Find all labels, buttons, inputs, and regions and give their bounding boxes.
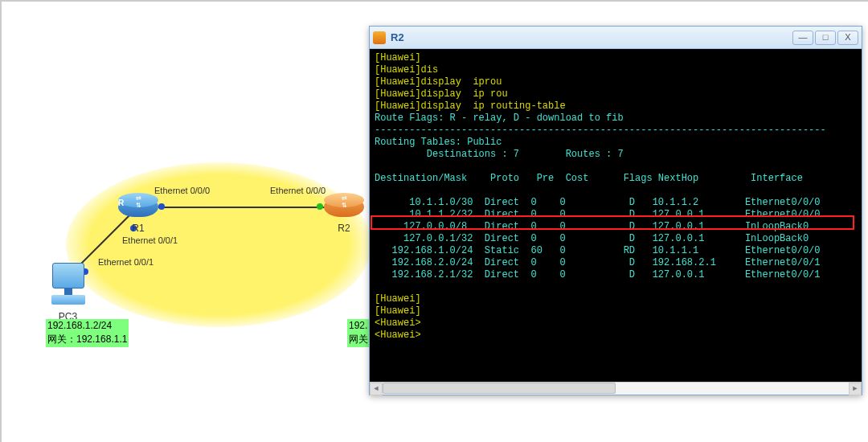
routing-row: 127.0.0.0/8 Direct 0 0 D 127.0.0.1 InLoo… — [375, 221, 809, 232]
router-r2[interactable]: ⇄⇅ R2 — [324, 193, 364, 234]
routing-row: 127.0.0.1/32 Direct 0 0 D 127.0.0.1 InLo… — [375, 233, 809, 244]
ip-annotation: 192. — [347, 319, 370, 332]
term-line: Destinations : 7 Routes : 7 — [375, 149, 624, 160]
interface-label: Ethernet 0/0/0 — [270, 186, 326, 195]
term-line: [Huawei] — [375, 52, 421, 63]
term-prompt: <Huawei> — [375, 329, 421, 341]
watermark-icon — [797, 415, 818, 436]
watermark: 路由器 luyouqi.com — [797, 414, 862, 437]
routing-row: 10.1.1.2/32 Direct 0 0 D 127.0.0.1 Ether… — [375, 209, 821, 220]
routing-row: 192.168.1.0/24 Static 60 0 RD 10.1.1.1 E… — [375, 245, 821, 256]
minimize-button[interactable]: — — [792, 31, 813, 45]
routing-row: 10.1.1.0/30 Direct 0 0 D 10.1.1.2 Ethern… — [375, 197, 821, 208]
gateway-annotation: 网关：192.168.1.1 — [46, 332, 129, 347]
term-line: Route Flags: R - relay, D - download to … — [375, 113, 624, 124]
interface-label: Ethernet 0/0/0 — [154, 186, 210, 195]
close-button[interactable]: X — [837, 31, 858, 45]
port-dot — [317, 203, 323, 210]
device-label: R1 — [118, 223, 158, 234]
routing-table-header: Destination/Mask Proto Pre Cost Flags Ne… — [375, 173, 803, 184]
pc3[interactable]: PC3 — [46, 263, 90, 322]
maximize-button[interactable]: □ — [815, 31, 836, 45]
term-line: Routing Tables: Public — [375, 137, 502, 148]
routing-row-highlighted: 192.168.2.0/24 Direct 0 0 D 192.168.2.1 … — [375, 257, 821, 268]
scroll-right-button[interactable]: ► — [849, 383, 862, 395]
scroll-left-button[interactable]: ◄ — [370, 383, 383, 395]
horizontal-scrollbar[interactable]: ◄ ► — [370, 382, 862, 395]
watermark-sub: luyouqi.com — [823, 429, 862, 437]
term-line: ----------------------------------------… — [375, 125, 826, 136]
gateway-annotation: 网关 — [347, 332, 370, 347]
term-line: [Huawei]display ip rou — [375, 88, 508, 100]
term-line: [Huawei]display iprou — [375, 76, 502, 88]
term-line: [Huawei]display ip routing-table — [375, 100, 566, 112]
app-icon — [373, 31, 386, 44]
scroll-track[interactable] — [383, 383, 849, 395]
port-dot — [158, 203, 165, 210]
device-label: R2 — [324, 223, 364, 234]
ip-annotation: 192.168.1.2/24 — [46, 319, 129, 332]
router-r1[interactable]: ⇄⇅ R R1 — [118, 193, 158, 234]
title-bar[interactable]: R2 — □ X — [370, 27, 862, 49]
interface-label: Ethernet 0/0/1 — [98, 257, 154, 267]
term-prompt: [Huawei] — [375, 305, 421, 317]
term-prompt: [Huawei] — [375, 293, 421, 305]
watermark-text: 路由器 — [823, 414, 862, 429]
term-prompt: <Huawei> — [375, 317, 421, 329]
interface-label: Ethernet 0/0/1 — [122, 235, 178, 245]
scroll-thumb[interactable] — [383, 383, 616, 394]
routing-row: 192.168.2.1/32 Direct 0 0 D 127.0.0.1 Et… — [375, 269, 821, 280]
link-r1-r2 — [158, 207, 327, 208]
term-line: [Huawei]dis — [375, 64, 438, 76]
terminal-window[interactable]: R2 — □ X [Huawei] [Huawei]dis [Huawei]di… — [369, 26, 862, 395]
terminal-output[interactable]: [Huawei] [Huawei]dis [Huawei]display ipr… — [370, 49, 862, 382]
window-title: R2 — [391, 31, 791, 43]
